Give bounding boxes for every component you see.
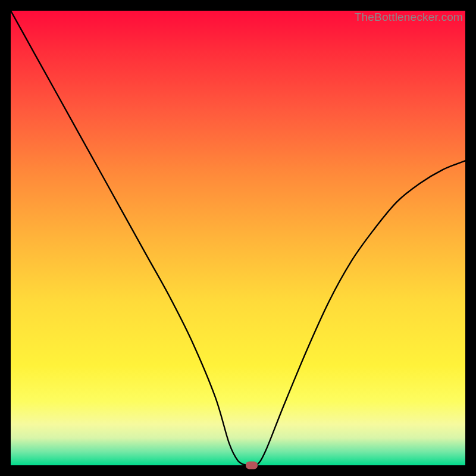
curve-line (11, 11, 465, 465)
chart-frame: TheBottlenecker.com (0, 0, 476, 476)
minimum-marker (246, 462, 258, 469)
plot-area: TheBottlenecker.com (11, 11, 465, 465)
watermark-text: TheBottlenecker.com (355, 11, 463, 24)
